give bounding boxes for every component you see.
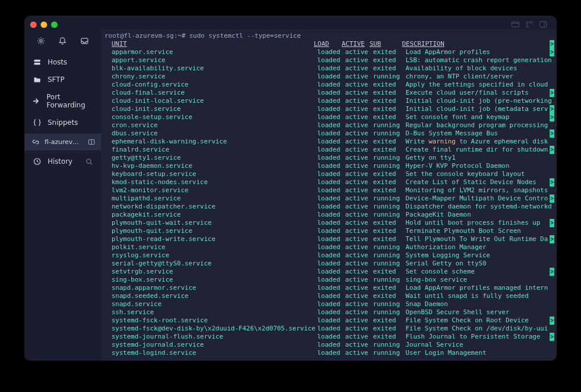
sidebar-session-active[interactable]: fl-azurevm…	[24, 134, 101, 150]
panel-icon[interactable]	[539, 20, 547, 28]
table-row: keyboard-setup.serviceloadedactiveexited…	[101, 170, 557, 178]
cell-sub: running	[373, 73, 406, 81]
cell-load: loaded	[317, 349, 345, 357]
cell-sub: exited	[373, 178, 406, 186]
cell-load: loaded	[317, 64, 345, 73]
cell-active: active	[345, 73, 373, 81]
sidebar-item-snippets[interactable]: Snippets	[24, 114, 101, 131]
cell-active: active	[345, 227, 373, 235]
search-icon[interactable]	[85, 158, 93, 166]
cell-desc: Create final runtime dir for shutdown	[406, 146, 557, 154]
cell-desc: System Logging Service	[406, 251, 557, 260]
table-row: systemd-fsck@dev-disk-by\x2duuid-F426\x2…	[101, 325, 557, 333]
cell-desc: Wait until snapd is fully seeded	[406, 292, 557, 300]
cell-desc: Apply the settings specified in cloud	[406, 81, 557, 89]
cell-desc: Create List of Static Device Nodes	[406, 178, 557, 186]
cell-sub: exited	[373, 138, 406, 146]
sidebar-item-hosts[interactable]: Hosts	[24, 53, 101, 71]
cell-sub: exited	[373, 113, 406, 121]
cell-sub: running	[373, 276, 406, 284]
cell-sub: exited	[373, 235, 406, 243]
table-row: plymouth-quit.serviceloadedactiveexitedT…	[101, 227, 557, 235]
gear-icon[interactable]	[37, 37, 45, 45]
table-row: apport.serviceloadedactiveexitedLSB: aut…	[101, 56, 557, 64]
shell-command: sudo systemctl --type=service	[185, 32, 301, 39]
minimize-icon[interactable]	[41, 21, 47, 28]
cell-desc: Set console font and keymap	[406, 113, 557, 121]
cell-active: active	[345, 260, 373, 268]
cell-active: active	[345, 130, 373, 138]
cell-unit: cloud-init-local.service	[112, 97, 317, 105]
truncation-indicator: >	[550, 48, 554, 56]
cell-desc: Initial cloud-init job (pre-networking	[406, 97, 557, 105]
table-row: packagekit.serviceloadedactiverunningPac…	[101, 211, 557, 219]
cell-sub: running	[373, 162, 406, 170]
cell-load: loaded	[317, 138, 345, 146]
cell-unit: cloud-config.service	[112, 81, 317, 89]
cell-load: loaded	[317, 219, 345, 227]
svg-rect-8	[34, 63, 41, 65]
truncation-indicator: >	[550, 195, 554, 203]
truncation-indicator: >	[550, 146, 554, 154]
svg-rect-4	[540, 21, 546, 27]
titlebar	[24, 16, 557, 30]
cell-unit: plymouth-quit-wait.service	[112, 219, 317, 227]
cell-active: active	[345, 251, 373, 260]
tabs-icon[interactable]	[511, 20, 519, 28]
link-icon	[31, 138, 40, 146]
truncation-indicator: >	[550, 219, 554, 227]
cell-load: loaded	[317, 268, 345, 276]
cell-load: loaded	[317, 48, 345, 56]
truncation-indicator: >	[550, 317, 554, 325]
zoom-icon[interactable]	[51, 21, 58, 28]
cell-unit: multipathd.service	[112, 195, 317, 203]
cell-load: loaded	[317, 292, 345, 300]
sidebar-item-history[interactable]: History	[24, 153, 101, 170]
truncation-indicator: >	[550, 113, 554, 121]
cell-desc: Load AppArmor profiles	[406, 48, 557, 56]
branch-icon[interactable]	[525, 20, 533, 28]
table-row: polkit.serviceloadedactiverunningAuthori…	[101, 243, 557, 251]
cell-unit: snapd.seeded.service	[112, 292, 317, 300]
cell-desc: Authorization Manager	[406, 243, 557, 251]
table-row: hv-kvp-daemon.serviceloadedactiverunning…	[101, 162, 557, 170]
cell-sub: exited	[373, 146, 406, 154]
cell-unit: cloud-init.service	[112, 105, 317, 113]
table-row: systemd-journald.serviceloadedactiverunn…	[101, 341, 557, 349]
terminal-pane[interactable]: root@fl-azurevm-sg:~# sudo systemctl --t…	[101, 30, 557, 361]
sidebar-item-port-forwarding[interactable]: Port Forwarding	[24, 88, 101, 114]
cell-active: active	[345, 284, 373, 292]
cell-desc: sing-box service	[406, 276, 557, 284]
cell-load: loaded	[317, 260, 345, 268]
cell-active: active	[345, 292, 373, 300]
cell-unit: serial-getty@ttyS0.service	[112, 260, 317, 268]
table-row: systemd-journal-flush.serviceloadedactiv…	[101, 333, 557, 341]
cell-desc: File System Check on /dev/disk/by-uui	[406, 325, 557, 333]
cell-active: active	[345, 308, 373, 317]
cell-active: active	[345, 186, 373, 195]
cell-unit: systemd-logind.service	[112, 349, 317, 357]
table-row: networkd-dispatcher.serviceloadedactiver…	[101, 203, 557, 211]
cell-load: loaded	[317, 121, 345, 130]
cell-unit: keyboard-setup.service	[112, 170, 317, 178]
cell-unit: ssh.service	[112, 308, 317, 317]
table-row: cron.serviceloadedactiverunningRegular b…	[101, 121, 557, 130]
table-row: serial-getty@ttyS0.serviceloadedactiveru…	[101, 260, 557, 268]
cell-active: active	[345, 97, 373, 105]
cell-desc: Getty on tty1	[406, 154, 557, 162]
table-row: cloud-init-local.serviceloadedactiveexit…	[101, 97, 557, 105]
cell-unit: dbus.service	[112, 130, 317, 138]
cell-sub: exited	[373, 292, 406, 300]
table-row: snapd.seeded.serviceloadedactiveexitedWa…	[101, 292, 557, 300]
close-icon[interactable]	[30, 21, 37, 28]
cell-desc: Monitoring of LVM2 mirrors, snapshots	[406, 186, 557, 195]
bell-icon[interactable]	[58, 37, 67, 45]
sidebar: Hosts SFTP Port Forwarding Snippets fl-a…	[24, 30, 101, 361]
sidebar-item-sftp[interactable]: SFTP	[24, 71, 101, 88]
split-icon[interactable]	[88, 138, 95, 146]
cell-unit: apport.service	[112, 56, 317, 64]
inbox-icon[interactable]	[80, 37, 89, 45]
cell-unit: systemd-journald.service	[112, 341, 317, 349]
col-sub: SUB	[370, 40, 402, 48]
cell-sub: running	[373, 251, 406, 260]
